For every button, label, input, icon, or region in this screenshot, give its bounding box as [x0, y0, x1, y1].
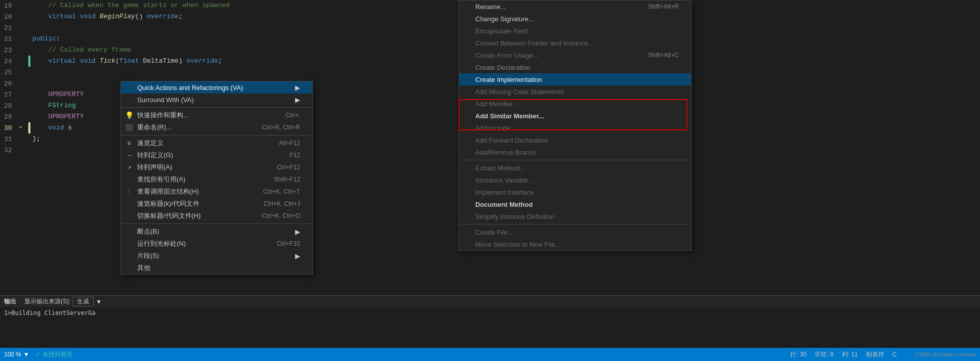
- menu-item-snippets[interactable]: 片段(S) ▶: [121, 250, 312, 262]
- output-source-value[interactable]: 生成: [72, 297, 94, 306]
- goto-icon: →: [124, 152, 134, 159]
- arrow-icon-snippets: ▶: [285, 252, 300, 260]
- shortcut-run-to-cursor: Ctrl+F10: [257, 240, 300, 247]
- menu-label-goto-decl: 转到声明(A): [137, 163, 172, 172]
- menu-item-implement-interface: Implement Interface: [459, 186, 691, 198]
- line-num-29: 29: [0, 111, 30, 122]
- menu-item-create-decl[interactable]: Create Declaration: [459, 61, 691, 73]
- shortcut-find-refs: Shift+F12: [254, 176, 300, 183]
- menu-item-document-method[interactable]: Document Method: [459, 198, 691, 210]
- line-num-27: 27: [0, 89, 30, 100]
- check-badge: ✓ 未找到相关: [35, 350, 73, 359]
- menu-label-find-refs: 查找所有引用(A): [137, 175, 185, 184]
- menu-item-quick-refactor[interactable]: 💡 快速操作和重构... Ctrl+.: [121, 109, 312, 121]
- menu-label-more: 其他: [137, 263, 150, 273]
- shortcut-goto-decl: Ctrl+F12: [257, 164, 300, 171]
- menu-label-create-file: Create File...: [475, 229, 513, 236]
- menu-label-goto-def: 转到定义(G): [137, 151, 173, 160]
- col-label: 列: 11: [842, 350, 858, 359]
- peek-icon: ≡: [124, 140, 134, 147]
- menu-item-simplify: Simplify Instance Definition: [459, 210, 691, 222]
- zoom-dropdown-icon[interactable]: ▼: [23, 351, 29, 358]
- menu-label-rename: 重命名(R)...: [137, 123, 172, 132]
- menu-label-quick-actions: Quick Actions and Refactorings (VA): [137, 84, 243, 92]
- menu-item-rename-va[interactable]: Rename... Shift+Alt+R: [459, 1, 691, 13]
- line-num-24: 24: [0, 56, 30, 67]
- line-num-23: 23: [0, 44, 30, 56]
- hierarchy-icon: ⋮: [124, 189, 134, 195]
- chars-label: 字符: 8: [814, 350, 833, 359]
- menu-label-create-impl: Create Implementation: [475, 76, 542, 83]
- check-label: 未找到相关: [43, 350, 73, 359]
- line-num-20: 20: [0, 11, 30, 22]
- menu-item-create-file: Create File...: [459, 226, 691, 238]
- tab-label: 制表符: [866, 350, 884, 359]
- menu-item-call-hierarchy[interactable]: ⋮ 查看调用层次结构(H) Ctrl+K, Ctrl+T: [121, 186, 312, 198]
- pencil-icon-30: ✏: [19, 123, 23, 130]
- line-num-21: 21: [0, 22, 30, 33]
- output-title: 输出: [4, 297, 16, 306]
- menu-item-add-forward-decl: Add Forward Declaration: [459, 134, 691, 146]
- rename-icon: ⬛: [124, 124, 134, 131]
- menu-item-add-remove-braces: Add/Remove Braces: [459, 146, 691, 158]
- menu-item-quick-actions[interactable]: Quick Actions and Refactorings (VA) ▶: [121, 81, 312, 94]
- zoom-control[interactable]: 100 % ▼: [4, 351, 29, 358]
- menu-item-rename[interactable]: ⬛ 重命名(R)... Ctrl+R, Ctrl+R: [121, 121, 312, 133]
- menu-item-add-include: Add Include: [459, 122, 691, 134]
- arrow-icon-quick-actions: ▶: [285, 84, 300, 92]
- output-content: 1>Building ClientServerGa: [0, 307, 980, 319]
- menu-label-change-sig: Change Signature...: [475, 15, 534, 23]
- menu-item-toggle-header[interactable]: 切换标题/代码文件(H) Ctrl+K, Ctrl+O: [121, 210, 312, 222]
- menu-item-add-member: Add Member...: [459, 98, 691, 110]
- menu-item-run-to-cursor[interactable]: 运行到光标处(N) Ctrl+F10: [121, 238, 312, 250]
- menu-item-peek-def[interactable]: ≡ 速览定义 Alt+F12: [121, 137, 312, 149]
- shortcut-rename-va: Shift+Alt+R: [628, 3, 679, 10]
- shortcut-rename: Ctrl+R, Ctrl+R: [242, 124, 300, 131]
- lightbulb-icon: 💡: [124, 111, 134, 119]
- shortcut-quick-refactor: Ctrl+.: [265, 112, 300, 119]
- menu-item-find-refs[interactable]: 查找所有引用(A) Shift+F12: [121, 173, 312, 186]
- dropdown-arrow-icon[interactable]: ▼: [96, 298, 102, 305]
- menu-label-add-missing: Add Missing Case Statements: [475, 88, 563, 96]
- menu-label-quick-refactor: 快速操作和重构...: [137, 111, 189, 120]
- menu-item-breakpoint[interactable]: 断点(B) ▶: [121, 225, 312, 238]
- menu-item-introduce-var: Introduce Variable...: [459, 174, 691, 186]
- menu-item-surround-with[interactable]: Surround With (VA) ▶: [121, 94, 312, 106]
- menu-label-implement-interface: Implement Interface: [475, 189, 534, 196]
- menu-label-snippets: 片段(S): [137, 251, 159, 260]
- separator-1: [121, 107, 312, 108]
- shortcut-create-from-usage: Shift+Alt+C: [628, 52, 679, 59]
- menu-item-add-similar[interactable]: Add Similar Member...: [459, 110, 691, 122]
- context-menu-va-refactor: Rename... Shift+Alt+R Change Signature..…: [459, 0, 691, 251]
- line-num-25: 25: [0, 67, 30, 78]
- line-numbers: 19 20 21 22 23 24 25 26 27 28 29 30 31 3…: [0, 0, 30, 243]
- menu-item-convert-pointer: Convert Between Pointer and Instance...: [459, 37, 691, 49]
- menu-label-simplify: Simplify Instance Definition: [475, 213, 554, 220]
- menu-label-rename-va: Rename...: [475, 3, 506, 11]
- line-num-30: 30: [0, 122, 30, 133]
- shortcut-goto-def: F12: [269, 152, 300, 159]
- menu-item-change-sig[interactable]: Change Signature...: [459, 13, 691, 25]
- menu-label-add-remove-braces: Add/Remove Braces: [475, 149, 536, 156]
- menu-label-introduce-var: Introduce Variable...: [475, 176, 534, 184]
- menu-item-create-impl[interactable]: Create Implementation: [459, 73, 691, 85]
- menu-label-surround-with: Surround With (VA): [137, 96, 194, 104]
- menu-label-peek-header: 速览标题(k)/代码文件: [137, 199, 199, 208]
- check-icon: ✓: [35, 351, 40, 358]
- line-num-26: 26: [0, 78, 30, 89]
- line-num-28: 28: [0, 100, 30, 111]
- menu-item-more[interactable]: 其他: [121, 262, 312, 274]
- menu-item-goto-def[interactable]: → 转到定义(G) F12: [121, 149, 312, 161]
- menu-label-create-decl: Create Declaration: [475, 64, 530, 71]
- separator-r2: [459, 224, 691, 224]
- line-num-19: 19: [0, 0, 30, 11]
- menu-item-peek-header[interactable]: 速览标题(k)/代码文件 Ctrl+K, Ctrl+J: [121, 198, 312, 210]
- menu-label-add-forward-decl: Add Forward Declaration: [475, 137, 548, 144]
- menu-label-call-hierarchy: 查看调用层次结构(H): [137, 187, 199, 196]
- menu-item-goto-decl[interactable]: ↗ 转到声明(A) Ctrl+F12: [121, 161, 312, 173]
- menu-item-encapsulate: Encapsulate Field: [459, 25, 691, 37]
- menu-label-add-member: Add Member...: [475, 100, 518, 108]
- menu-label-toggle-header: 切换标题/代码文件(H): [137, 211, 201, 220]
- zoom-level: 100 %: [4, 351, 21, 358]
- arrow-icon-breakpoint: ▶: [285, 228, 300, 236]
